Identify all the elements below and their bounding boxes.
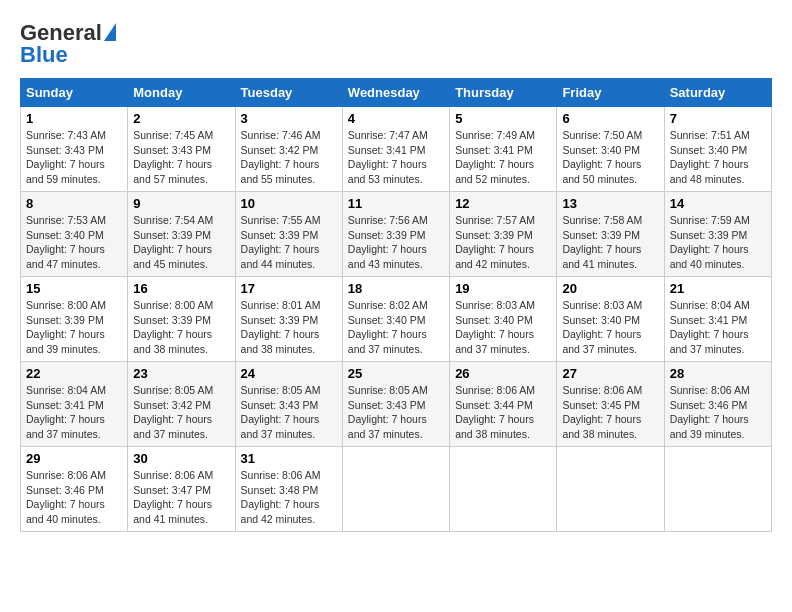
day-number: 8 bbox=[26, 196, 122, 211]
day-number: 20 bbox=[562, 281, 658, 296]
day-number: 3 bbox=[241, 111, 337, 126]
calendar-day-cell: 31 Sunrise: 8:06 AMSunset: 3:48 PMDaylig… bbox=[235, 447, 342, 532]
calendar-day-cell: 19 Sunrise: 8:03 AMSunset: 3:40 PMDaylig… bbox=[450, 277, 557, 362]
day-number: 29 bbox=[26, 451, 122, 466]
day-detail: Sunrise: 7:43 AMSunset: 3:43 PMDaylight:… bbox=[26, 129, 106, 185]
day-detail: Sunrise: 8:06 AMSunset: 3:46 PMDaylight:… bbox=[670, 384, 750, 440]
calendar-day-cell: 2 Sunrise: 7:45 AMSunset: 3:43 PMDayligh… bbox=[128, 107, 235, 192]
day-number: 16 bbox=[133, 281, 229, 296]
calendar-day-cell: 8 Sunrise: 7:53 AMSunset: 3:40 PMDayligh… bbox=[21, 192, 128, 277]
calendar-table: SundayMondayTuesdayWednesdayThursdayFrid… bbox=[20, 78, 772, 532]
days-of-week-row: SundayMondayTuesdayWednesdayThursdayFrid… bbox=[21, 79, 772, 107]
dow-header: Tuesday bbox=[235, 79, 342, 107]
calendar-day-cell: 6 Sunrise: 7:50 AMSunset: 3:40 PMDayligh… bbox=[557, 107, 664, 192]
calendar-day-cell: 22 Sunrise: 8:04 AMSunset: 3:41 PMDaylig… bbox=[21, 362, 128, 447]
calendar-day-cell: 26 Sunrise: 8:06 AMSunset: 3:44 PMDaylig… bbox=[450, 362, 557, 447]
calendar-day-cell: 17 Sunrise: 8:01 AMSunset: 3:39 PMDaylig… bbox=[235, 277, 342, 362]
calendar-day-cell: 3 Sunrise: 7:46 AMSunset: 3:42 PMDayligh… bbox=[235, 107, 342, 192]
day-detail: Sunrise: 7:51 AMSunset: 3:40 PMDaylight:… bbox=[670, 129, 750, 185]
calendar-day-cell: 20 Sunrise: 8:03 AMSunset: 3:40 PMDaylig… bbox=[557, 277, 664, 362]
day-detail: Sunrise: 7:47 AMSunset: 3:41 PMDaylight:… bbox=[348, 129, 428, 185]
day-detail: Sunrise: 8:01 AMSunset: 3:39 PMDaylight:… bbox=[241, 299, 321, 355]
calendar-day-cell: 23 Sunrise: 8:05 AMSunset: 3:42 PMDaylig… bbox=[128, 362, 235, 447]
day-number: 14 bbox=[670, 196, 766, 211]
calendar-day-cell: 27 Sunrise: 8:06 AMSunset: 3:45 PMDaylig… bbox=[557, 362, 664, 447]
day-number: 12 bbox=[455, 196, 551, 211]
dow-header: Sunday bbox=[21, 79, 128, 107]
page-header: General Blue bbox=[20, 20, 772, 68]
day-detail: Sunrise: 8:06 AMSunset: 3:47 PMDaylight:… bbox=[133, 469, 213, 525]
calendar-week-row: 15 Sunrise: 8:00 AMSunset: 3:39 PMDaylig… bbox=[21, 277, 772, 362]
day-number: 13 bbox=[562, 196, 658, 211]
day-detail: Sunrise: 8:03 AMSunset: 3:40 PMDaylight:… bbox=[455, 299, 535, 355]
day-detail: Sunrise: 7:50 AMSunset: 3:40 PMDaylight:… bbox=[562, 129, 642, 185]
calendar-day-cell: 13 Sunrise: 7:58 AMSunset: 3:39 PMDaylig… bbox=[557, 192, 664, 277]
calendar-day-cell: 15 Sunrise: 8:00 AMSunset: 3:39 PMDaylig… bbox=[21, 277, 128, 362]
day-detail: Sunrise: 8:00 AMSunset: 3:39 PMDaylight:… bbox=[133, 299, 213, 355]
day-number: 30 bbox=[133, 451, 229, 466]
logo: General Blue bbox=[20, 20, 116, 68]
calendar-day-cell: 14 Sunrise: 7:59 AMSunset: 3:39 PMDaylig… bbox=[664, 192, 771, 277]
day-detail: Sunrise: 8:04 AMSunset: 3:41 PMDaylight:… bbox=[26, 384, 106, 440]
dow-header: Wednesday bbox=[342, 79, 449, 107]
day-detail: Sunrise: 7:53 AMSunset: 3:40 PMDaylight:… bbox=[26, 214, 106, 270]
day-number: 18 bbox=[348, 281, 444, 296]
day-number: 31 bbox=[241, 451, 337, 466]
day-number: 17 bbox=[241, 281, 337, 296]
calendar-day-cell: 5 Sunrise: 7:49 AMSunset: 3:41 PMDayligh… bbox=[450, 107, 557, 192]
day-number: 11 bbox=[348, 196, 444, 211]
dow-header: Thursday bbox=[450, 79, 557, 107]
calendar-day-cell: 10 Sunrise: 7:55 AMSunset: 3:39 PMDaylig… bbox=[235, 192, 342, 277]
calendar-day-cell: 25 Sunrise: 8:05 AMSunset: 3:43 PMDaylig… bbox=[342, 362, 449, 447]
day-number: 4 bbox=[348, 111, 444, 126]
day-detail: Sunrise: 8:06 AMSunset: 3:48 PMDaylight:… bbox=[241, 469, 321, 525]
calendar-day-cell: 9 Sunrise: 7:54 AMSunset: 3:39 PMDayligh… bbox=[128, 192, 235, 277]
calendar-week-row: 22 Sunrise: 8:04 AMSunset: 3:41 PMDaylig… bbox=[21, 362, 772, 447]
day-number: 26 bbox=[455, 366, 551, 381]
logo-blue: Blue bbox=[20, 42, 68, 68]
calendar-week-row: 1 Sunrise: 7:43 AMSunset: 3:43 PMDayligh… bbox=[21, 107, 772, 192]
dow-header: Friday bbox=[557, 79, 664, 107]
logo-arrow-icon bbox=[104, 23, 116, 41]
day-detail: Sunrise: 7:45 AMSunset: 3:43 PMDaylight:… bbox=[133, 129, 213, 185]
day-detail: Sunrise: 8:05 AMSunset: 3:42 PMDaylight:… bbox=[133, 384, 213, 440]
day-detail: Sunrise: 7:49 AMSunset: 3:41 PMDaylight:… bbox=[455, 129, 535, 185]
calendar-day-cell bbox=[664, 447, 771, 532]
day-number: 22 bbox=[26, 366, 122, 381]
calendar-day-cell bbox=[342, 447, 449, 532]
day-detail: Sunrise: 7:57 AMSunset: 3:39 PMDaylight:… bbox=[455, 214, 535, 270]
day-detail: Sunrise: 8:05 AMSunset: 3:43 PMDaylight:… bbox=[348, 384, 428, 440]
calendar-day-cell: 29 Sunrise: 8:06 AMSunset: 3:46 PMDaylig… bbox=[21, 447, 128, 532]
calendar-day-cell: 18 Sunrise: 8:02 AMSunset: 3:40 PMDaylig… bbox=[342, 277, 449, 362]
day-number: 10 bbox=[241, 196, 337, 211]
calendar-day-cell: 30 Sunrise: 8:06 AMSunset: 3:47 PMDaylig… bbox=[128, 447, 235, 532]
calendar-week-row: 29 Sunrise: 8:06 AMSunset: 3:46 PMDaylig… bbox=[21, 447, 772, 532]
day-detail: Sunrise: 8:05 AMSunset: 3:43 PMDaylight:… bbox=[241, 384, 321, 440]
day-detail: Sunrise: 7:55 AMSunset: 3:39 PMDaylight:… bbox=[241, 214, 321, 270]
calendar-day-cell: 16 Sunrise: 8:00 AMSunset: 3:39 PMDaylig… bbox=[128, 277, 235, 362]
dow-header: Saturday bbox=[664, 79, 771, 107]
calendar-day-cell: 1 Sunrise: 7:43 AMSunset: 3:43 PMDayligh… bbox=[21, 107, 128, 192]
calendar-day-cell: 7 Sunrise: 7:51 AMSunset: 3:40 PMDayligh… bbox=[664, 107, 771, 192]
day-number: 5 bbox=[455, 111, 551, 126]
day-detail: Sunrise: 8:03 AMSunset: 3:40 PMDaylight:… bbox=[562, 299, 642, 355]
day-number: 21 bbox=[670, 281, 766, 296]
day-number: 6 bbox=[562, 111, 658, 126]
calendar-day-cell: 12 Sunrise: 7:57 AMSunset: 3:39 PMDaylig… bbox=[450, 192, 557, 277]
day-detail: Sunrise: 8:06 AMSunset: 3:44 PMDaylight:… bbox=[455, 384, 535, 440]
day-detail: Sunrise: 8:06 AMSunset: 3:46 PMDaylight:… bbox=[26, 469, 106, 525]
day-detail: Sunrise: 7:56 AMSunset: 3:39 PMDaylight:… bbox=[348, 214, 428, 270]
calendar-week-row: 8 Sunrise: 7:53 AMSunset: 3:40 PMDayligh… bbox=[21, 192, 772, 277]
dow-header: Monday bbox=[128, 79, 235, 107]
day-number: 28 bbox=[670, 366, 766, 381]
calendar-day-cell bbox=[450, 447, 557, 532]
calendar-day-cell: 11 Sunrise: 7:56 AMSunset: 3:39 PMDaylig… bbox=[342, 192, 449, 277]
day-detail: Sunrise: 7:46 AMSunset: 3:42 PMDaylight:… bbox=[241, 129, 321, 185]
day-number: 15 bbox=[26, 281, 122, 296]
day-detail: Sunrise: 7:59 AMSunset: 3:39 PMDaylight:… bbox=[670, 214, 750, 270]
day-detail: Sunrise: 8:06 AMSunset: 3:45 PMDaylight:… bbox=[562, 384, 642, 440]
day-number: 1 bbox=[26, 111, 122, 126]
day-number: 19 bbox=[455, 281, 551, 296]
calendar-day-cell: 24 Sunrise: 8:05 AMSunset: 3:43 PMDaylig… bbox=[235, 362, 342, 447]
day-detail: Sunrise: 7:58 AMSunset: 3:39 PMDaylight:… bbox=[562, 214, 642, 270]
